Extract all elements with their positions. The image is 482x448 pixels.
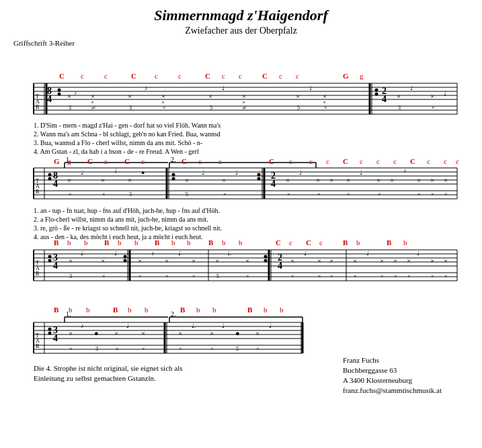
svg-text:♩: ♩: [360, 169, 362, 176]
svg-text:c: c: [376, 157, 380, 165]
svg-text:×: ×: [185, 176, 189, 184]
svg-text:×: ×: [330, 273, 333, 279]
svg-text:×: ×: [69, 257, 73, 265]
svg-text:2.: 2.: [171, 310, 176, 318]
svg-text:b: b: [134, 238, 138, 247]
svg-text:C: C: [262, 72, 268, 80]
svg-text:G: G: [343, 72, 349, 80]
svg-text:4: 4: [53, 333, 58, 343]
svg-text:×: ×: [138, 273, 142, 279]
svg-point-85: [48, 173, 52, 177]
svg-text:c: c: [296, 72, 299, 80]
svg-text:×: ×: [165, 257, 169, 265]
svg-text:C: C: [87, 157, 93, 165]
svg-text:c: c: [104, 72, 108, 80]
svg-point-270: [48, 332, 52, 335]
svg-text:♩: ♩: [81, 250, 83, 257]
svg-text:b: b: [67, 238, 71, 247]
svg-text:B: B: [208, 238, 214, 247]
svg-text:C: C: [269, 157, 274, 165]
svg-text:×: ×: [296, 92, 300, 100]
svg-text:×: ×: [430, 176, 434, 184]
svg-text:b: b: [196, 306, 200, 314]
svg-text:×: ×: [256, 346, 259, 352]
svg-text:×: ×: [346, 176, 350, 184]
svg-text:c: c: [444, 157, 447, 165]
svg-point-17: [58, 93, 61, 96]
svg-text:×: ×: [318, 273, 321, 279]
svg-text:×: ×: [444, 257, 448, 265]
svg-text:×: ×: [116, 346, 119, 352]
svg-text:2.  Wann ma's  am  Schna - bl : 2. Wann ma's am Schna - bl schlagt, geb'…: [34, 130, 220, 138]
svg-text:C: C: [182, 157, 187, 165]
svg-point-86: [48, 177, 52, 181]
svg-text:×: ×: [178, 329, 182, 337]
svg-text:♩: ♩: [235, 169, 238, 176]
svg-text:♩.: ♩.: [192, 322, 196, 329]
svg-text:♩: ♩: [126, 322, 129, 329]
staff-4: T A B 3 4 1. 2. × ♪ ● × ♩ ×: [34, 310, 303, 353]
svg-text:C: C: [410, 157, 415, 165]
svg-text:×: ×: [101, 257, 105, 265]
svg-text:4: 4: [278, 261, 282, 271]
svg-point-205: [264, 255, 268, 259]
svg-text:G: G: [54, 157, 60, 165]
svg-point-180: [48, 259, 52, 263]
svg-text:3: 3: [69, 105, 71, 111]
svg-text:C: C: [205, 72, 210, 80]
svg-text:×: ×: [128, 92, 132, 100]
svg-text:×: ×: [287, 191, 290, 197]
svg-text:×: ×: [286, 176, 290, 184]
chords-row4: B b b B b b B b b B b b: [54, 306, 284, 314]
svg-text:c: c: [456, 157, 459, 165]
svg-text:b: b: [128, 306, 132, 314]
svg-text:4: 4: [382, 94, 387, 104]
svg-text:g: g: [67, 157, 71, 165]
svg-text:×: ×: [138, 257, 142, 265]
svg-point-206: [264, 259, 268, 263]
svg-text:♩: ♩: [417, 250, 419, 257]
svg-text:×: ×: [102, 273, 106, 279]
svg-text:×: ×: [208, 92, 212, 100]
svg-text:2.  a    Flo-cherl  willst,   : 2. a Flo-cherl willst, nimm da ans mit, …: [34, 216, 208, 223]
staff-3: T A B 3 4 × ♩ × ♩ × ♪ × ♩ × × ♩. ×: [34, 250, 457, 281]
svg-text:×: ×: [430, 257, 434, 265]
svg-text:5: 5: [236, 346, 239, 352]
svg-point-116: [257, 177, 261, 181]
lyrics-block-1: 1. D'Sim - mern - magd z'Hai - gen - dor…: [34, 122, 220, 155]
svg-text:×: ×: [376, 176, 380, 184]
svg-text:♩: ♩: [178, 250, 181, 257]
svg-text:g: g: [360, 72, 364, 80]
svg-text:c: c: [279, 72, 282, 80]
svg-text:c: c: [289, 157, 292, 165]
svg-text:●: ●: [94, 329, 99, 337]
svg-text:×: ×: [324, 105, 327, 111]
svg-text:B: B: [180, 306, 186, 314]
svg-text:×: ×: [354, 273, 357, 279]
svg-text:1.  D'Sim - mern - magd   z'Ha: 1. D'Sim - mern - magd z'Hai - gen - dor…: [34, 122, 220, 129]
svg-text:3: 3: [129, 191, 132, 197]
svg-text:♩: ♩: [222, 85, 225, 91]
svg-point-269: [48, 328, 52, 331]
svg-text:c: c: [309, 157, 313, 165]
page-title: Simmernmagd z'Haigendorf: [13, 7, 469, 24]
svg-text:c: c: [141, 157, 145, 165]
svg-text:♩: ♩: [81, 169, 83, 176]
svg-text:×: ×: [393, 257, 397, 265]
svg-text:×: ×: [215, 257, 219, 265]
page-subtitle: Zwiefacher aus der Oberpfalz: [13, 26, 469, 36]
svg-text:×: ×: [101, 176, 105, 184]
svg-text:♩: ♩: [114, 250, 117, 257]
svg-text:5: 5: [186, 191, 188, 197]
svg-text:b: b: [118, 238, 122, 247]
svg-text:c: c: [289, 238, 292, 247]
svg-text:×: ×: [317, 191, 321, 197]
svg-text:Buchberggasse 63: Buchberggasse 63: [343, 366, 397, 374]
svg-text:4: 4: [53, 261, 58, 271]
svg-text:×: ×: [397, 92, 401, 100]
svg-text:×: ×: [417, 176, 421, 184]
svg-text:×: ×: [444, 176, 448, 184]
svg-text:×: ×: [407, 257, 411, 265]
svg-text:B: B: [155, 238, 160, 247]
svg-text:5: 5: [210, 105, 212, 111]
